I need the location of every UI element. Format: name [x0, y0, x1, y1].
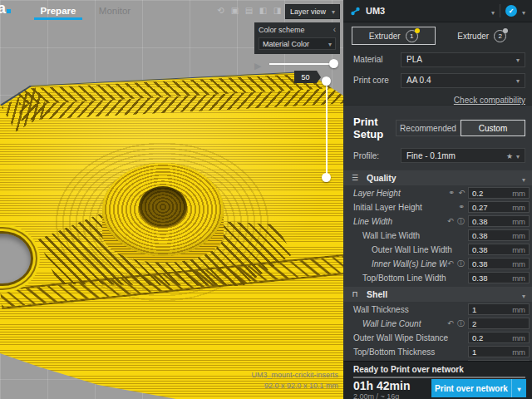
- model-dimensions: 92.0 x 92.0 x 10.1 mm: [251, 381, 338, 392]
- simulation-slider-handle[interactable]: [329, 59, 338, 68]
- chevron-down-icon: [516, 76, 520, 85]
- machine-selector[interactable]: UM3: [343, 0, 532, 22]
- setting-value-field[interactable]: 0.38 mm: [468, 244, 530, 255]
- tab-monitor[interactable]: Monitor: [86, 0, 143, 22]
- profile-label: Profile:: [353, 151, 401, 160]
- setting-value-field[interactable]: 0.2 mm: [468, 332, 530, 343]
- front-view-icon[interactable]: ▣: [229, 5, 240, 16]
- status-text: Ready to Print over network: [353, 365, 525, 374]
- print-core-select[interactable]: AA 0.4: [401, 73, 525, 88]
- divider: [500, 4, 500, 17]
- mode-custom-button[interactable]: Custom: [461, 120, 525, 136]
- setting-row[interactable]: Outer Wall Wipe Distance 0.2 mm: [343, 331, 532, 344]
- logo-dot: [7, 9, 11, 13]
- chevron-down-icon: [328, 40, 332, 48]
- machine-name: UM3: [366, 6, 385, 16]
- setting-value-field[interactable]: 0.38 mm: [468, 272, 530, 283]
- view-mode-select[interactable]: Layer view: [285, 4, 340, 19]
- chevron-down-icon: [332, 7, 335, 16]
- star-icon[interactable]: [506, 151, 513, 160]
- model-info: UM3_mount-crickit-inserts 92.0 x 92.0 x …: [251, 370, 338, 392]
- setting-row[interactable]: Wall Line Width 0.38 mm: [343, 229, 532, 242]
- section-header-quality[interactable]: ☰ Quality: [343, 170, 532, 185]
- left-view-icon[interactable]: ◧: [258, 5, 268, 16]
- viewport-3d[interactable]: ra PrepareMonitor ⟲▣▤◧◨ Layer view Color…: [0, 0, 343, 399]
- print-core-label: Print core: [353, 76, 401, 85]
- setting-value-field[interactable]: 2: [468, 318, 530, 329]
- header-tabs: PrepareMonitor: [30, 0, 143, 22]
- settings-list: ☰ Quality Layer Height ⚭ ↶ 0.2 mm Initia…: [343, 168, 532, 361]
- setting-row[interactable]: Wall Thickness 1 mm: [343, 303, 532, 316]
- layer-slider-track[interactable]: [326, 81, 328, 177]
- top-view-icon[interactable]: ▤: [244, 5, 254, 16]
- color-scheme-panel: Color scheme Material Color: [254, 22, 340, 54]
- orbit-view-icon[interactable]: ⟲: [215, 5, 226, 16]
- setting-value-field[interactable]: 0.38 mm: [468, 258, 530, 269]
- material-color-dot: [415, 28, 420, 33]
- output-footer: Ready to Print over network 01h 42min 2.…: [343, 361, 532, 399]
- chevron-down-icon: [522, 287, 525, 302]
- extruder-number-badge: 2: [494, 30, 506, 42]
- material-label: Material: [353, 55, 401, 64]
- setting-row[interactable]: Outer Wall Line Width 0.38 mm: [343, 243, 532, 256]
- setting-value-field[interactable]: 0.2 mm: [468, 187, 530, 199]
- print-setup-title: Print Setup: [353, 116, 396, 140]
- model-name: UM3_mount-crickit-inserts: [251, 370, 338, 381]
- compatibility-row: Check compatibility: [343, 91, 532, 106]
- setting-row[interactable]: Layer Height ⚭ ↶ 0.2 mm: [343, 186, 532, 200]
- profile-select[interactable]: Fine - 0.1mm: [401, 148, 525, 163]
- view-mode-label: Layer view: [290, 7, 332, 16]
- extruder-number-badge: 1: [406, 30, 418, 42]
- simulation-slider-track[interactable]: [269, 63, 332, 65]
- mode-recommended-button[interactable]: Recommended: [396, 120, 461, 136]
- layer-number-badge: 50: [294, 71, 317, 83]
- setting-row[interactable]: Inner Wall(s) Line Width ↶ ⓘ 0.38 mm: [343, 257, 532, 270]
- setting-row[interactable]: Top/Bottom Line Width 0.38 mm: [343, 271, 532, 284]
- tab-prepare[interactable]: Prepare: [30, 0, 86, 22]
- network-icon: [350, 6, 361, 17]
- cura-logo: ra: [0, 0, 11, 17]
- shell-icon: Π: [350, 290, 360, 298]
- model-render[interactable]: [0, 0, 343, 399]
- setting-value-field[interactable]: 0.27 mm: [468, 201, 530, 213]
- chevron-down-icon: [516, 151, 520, 160]
- chevron-down-icon[interactable]: [522, 3, 525, 18]
- print-setup-header: Print Setup RecommendedCustom: [343, 106, 532, 145]
- quality-icon: ☰: [350, 174, 360, 182]
- setting-row[interactable]: Top/Bottom Thickness 1 mm: [343, 345, 532, 358]
- check-compatibility-link[interactable]: Check compatibility: [454, 96, 525, 105]
- extruder-tab-1[interactable]: Extruder 1: [352, 27, 436, 45]
- layer-slider-bottom-handle[interactable]: [322, 173, 331, 182]
- extruder-tab-2[interactable]: Extruder 2: [441, 27, 525, 45]
- layer-slider-top-handle[interactable]: [322, 76, 331, 86]
- chevron-down-icon: [517, 384, 520, 393]
- setting-row[interactable]: Wall Line Count ↶ ⓘ 2: [343, 317, 532, 330]
- material-row: Material PLA: [343, 49, 532, 70]
- profile-row: Profile: Fine - 0.1mm: [343, 145, 532, 165]
- printer-connected-icon: [505, 5, 517, 17]
- setting-value-field[interactable]: 1 mm: [468, 303, 530, 315]
- collapse-panel-icon[interactable]: [333, 26, 336, 34]
- setting-value-field[interactable]: 0.38 mm: [468, 229, 530, 241]
- extruder-tabs: Extruder 1 Extruder 2: [343, 22, 532, 49]
- color-scheme-select[interactable]: Material Color: [259, 37, 336, 50]
- sidebar: UM3 Extruder 1 Extruder 2 Material PLA: [343, 0, 532, 399]
- print-core-row: Print core AA 0.4: [343, 70, 532, 91]
- setting-row[interactable]: Line Width ↶ ⓘ 0.38 mm: [343, 214, 532, 228]
- setup-mode-toggle: RecommendedCustom: [396, 120, 525, 136]
- setting-value-field[interactable]: 1 mm: [468, 346, 530, 357]
- slice-progress-bar: [353, 377, 525, 378]
- material-color-dot: [503, 28, 508, 33]
- setting-row[interactable]: Initial Layer Height ⚭ 0.27 mm: [343, 200, 532, 214]
- chevron-down-icon: [516, 55, 520, 64]
- print-options-chevron[interactable]: [511, 379, 526, 397]
- view-toolbar: ⟲▣▤◧◨: [215, 5, 283, 16]
- cura-window: ra PrepareMonitor ⟲▣▤◧◨ Layer view Color…: [0, 0, 532, 399]
- right-view-icon[interactable]: ◨: [272, 5, 283, 16]
- simulation-play-button[interactable]: [254, 57, 264, 69]
- material-select[interactable]: PLA: [401, 52, 525, 67]
- print-over-network-button[interactable]: Print over network: [431, 379, 526, 397]
- setting-value-field[interactable]: 0.38 mm: [468, 215, 530, 227]
- section-header-shell[interactable]: Π Shell: [343, 287, 532, 302]
- chevron-down-icon: [522, 170, 525, 185]
